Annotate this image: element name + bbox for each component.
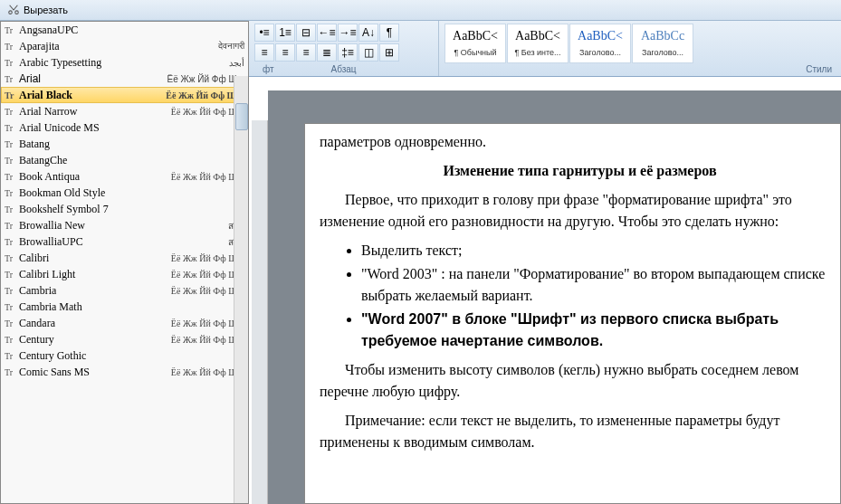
borders-icon: ⊞ <box>385 46 394 59</box>
truetype-icon: Tr <box>5 351 19 361</box>
font-item-name: Cambria Math <box>19 300 244 314</box>
multilevel-button[interactable]: ⊟ <box>296 24 316 42</box>
paragraph-group-label: Абзац <box>330 64 356 74</box>
scroll-thumb[interactable] <box>235 103 248 130</box>
font-item-name: Comic Sans MS <box>19 366 171 379</box>
font-item-name: Candara <box>19 317 171 330</box>
font-item[interactable]: TrBook AntiquaЁё Жж Йй Фф Щщ <box>1 168 248 185</box>
font-item[interactable]: TrBookshelf Symbol 7 <box>1 201 248 217</box>
align-right-button[interactable]: ≡ <box>296 43 316 62</box>
borders-button[interactable]: ⊞ <box>379 43 399 62</box>
bullet-list: Выделить текст; "Word 2003" : на панели … <box>361 240 840 352</box>
truetype-icon: Tr <box>5 188 19 198</box>
font-item-name: BatangChe <box>19 154 244 167</box>
font-item-name: Browallia New <box>19 219 228 233</box>
font-item[interactable]: TrCalibri LightЁё Жж Йй Фф Щщ <box>1 266 248 282</box>
sort-button[interactable]: A↓ <box>358 24 378 42</box>
font-dropdown: TrAngsanaUPCTrAparajitaदेवनागरीTrArabic … <box>0 21 249 504</box>
document-page[interactable]: параметров одновременно. Изменение типа … <box>304 123 841 504</box>
show-marks-button[interactable]: ¶ <box>379 24 399 42</box>
style-name: Заголово... <box>572 48 628 57</box>
vertical-ruler[interactable] <box>252 120 268 504</box>
sort-icon: A↓ <box>362 26 375 39</box>
body-text: Примечание: если текст не выделить, то и… <box>320 410 840 453</box>
font-item-name: Calibri Light <box>19 268 171 281</box>
truetype-icon: Tr <box>5 204 19 214</box>
font-item[interactable]: TrBatangChe <box>1 152 248 168</box>
style-item[interactable]: AaBbC<¶ Обычный <box>444 24 506 63</box>
numbering-button[interactable]: 1≡ <box>275 24 295 42</box>
align-right-icon: ≡ <box>302 46 309 59</box>
font-item[interactable]: TrCentury Gothic <box>1 347 248 364</box>
justify-icon: ≣ <box>322 46 331 59</box>
multilevel-icon: ⊟ <box>301 26 311 39</box>
increase-indent-button[interactable]: →≡ <box>338 24 358 42</box>
font-item[interactable]: TrCalibriЁё Жж Йй Фф Щщ <box>1 250 248 266</box>
font-item-name: Arial Narrow <box>19 105 171 119</box>
outdent-icon: ←≡ <box>318 26 335 39</box>
list-item: "Word 2007" в блоке "Шрифт" из первого с… <box>361 309 840 352</box>
truetype-icon: Tr <box>5 270 19 280</box>
shading-button[interactable]: ◫ <box>358 43 378 62</box>
font-item[interactable]: TrBrowallia Newสวัดี <box>1 217 248 233</box>
list-item: Выделить текст; <box>361 240 840 262</box>
truetype-icon: Tr <box>5 253 19 263</box>
body-text: Чтобы изменить высоту символов (кегль) н… <box>320 359 840 403</box>
decrease-indent-button[interactable]: ←≡ <box>317 24 337 42</box>
font-item[interactable]: TrArial NarrowЁё Жж Йй Фф Щщ <box>1 103 248 119</box>
indent-icon: →≡ <box>339 26 356 39</box>
justify-button[interactable]: ≣ <box>317 43 337 62</box>
document-area: 1 3 5 7 9 11 13 15 параметров одновремен… <box>268 90 841 504</box>
font-item-name: BrowalliaUPC <box>19 235 228 249</box>
style-name: ¶ Без инте... <box>510 48 566 57</box>
font-item[interactable]: TrCandaraЁё Жж Йй Фф Щщ <box>1 315 248 331</box>
font-item-name: AngsanaUPC <box>19 24 244 37</box>
align-left-icon: ≡ <box>261 46 267 59</box>
align-left-button[interactable]: ≡ <box>254 43 274 62</box>
style-name: Заголово... <box>635 48 691 57</box>
style-item[interactable]: AaBbC<Заголово... <box>569 24 631 63</box>
font-item[interactable]: TrCambria Math <box>1 299 248 315</box>
truetype-icon: Tr <box>5 286 19 296</box>
font-item[interactable]: TrArial BlackЁё Жж Йй Фф Щщ <box>1 87 248 103</box>
styles-group-label: Стили <box>806 64 832 74</box>
paragraph-group: •≡ 1≡ ⊟ ←≡ →≡ A↓ ¶ ≡ ≡ ≡ ≣ ‡≡ ◫ ⊞ Абзац <box>249 21 439 76</box>
scrollbar[interactable] <box>234 76 248 503</box>
line-spacing-icon: ‡≡ <box>341 46 354 59</box>
style-item[interactable]: AaBbCcЗаголово... <box>632 24 693 63</box>
font-item-name: Batang <box>19 138 244 151</box>
font-item[interactable]: TrBrowalliaUPCสวัดี <box>1 233 248 250</box>
style-preview: AaBbC< <box>510 26 566 46</box>
font-item-name: Arial Black <box>19 89 166 102</box>
font-item-name: Bookshelf Symbol 7 <box>19 203 244 216</box>
scissors-icon <box>7 4 20 16</box>
truetype-icon: Tr <box>5 139 19 149</box>
font-item[interactable]: TrAparajitaदेवनागरी <box>1 38 248 54</box>
align-center-button[interactable]: ≡ <box>275 43 295 62</box>
cut-button[interactable]: Вырезать <box>0 2 75 18</box>
truetype-icon: Tr <box>5 156 19 166</box>
truetype-icon: Tr <box>5 25 19 35</box>
truetype-icon: Tr <box>5 74 19 84</box>
font-item-name: Calibri <box>19 252 171 265</box>
font-item-sample: Ёё Жж Йй Фф Щщ <box>166 90 244 100</box>
style-item[interactable]: AaBbC<¶ Без инте... <box>507 24 569 63</box>
font-item[interactable]: TrCambriaЁё Жж Йй Фф Щщ <box>1 282 248 299</box>
bullets-button[interactable]: •≡ <box>254 24 274 42</box>
font-item[interactable]: TrArabic Typesettingأبجد <box>1 54 248 71</box>
font-item[interactable]: TrAngsanaUPC <box>1 22 248 38</box>
font-item[interactable]: TrArial Unicode MS <box>1 119 248 136</box>
font-item-name: Arial <box>19 72 167 85</box>
truetype-icon: Tr <box>5 172 19 182</box>
font-item[interactable]: TrCenturyЁё Жж Йй Фф Щщ <box>1 331 248 347</box>
font-item[interactable]: TrArialЁё Жж Йй Фф Щщ <box>1 71 248 87</box>
style-name: ¶ Обычный <box>447 48 503 57</box>
font-item-name: Arial Unicode MS <box>19 121 244 135</box>
cut-label: Вырезать <box>24 5 68 15</box>
font-item[interactable]: TrBookman Old Style <box>1 185 248 201</box>
font-item[interactable]: TrBatang <box>1 136 248 152</box>
style-preview: AaBbC< <box>572 26 628 46</box>
font-item[interactable]: TrComic Sans MSЁё Жж Йй Фф Щщ <box>1 364 248 380</box>
line-spacing-button[interactable]: ‡≡ <box>338 43 358 62</box>
font-item-name: Arabic Typesetting <box>19 56 229 70</box>
